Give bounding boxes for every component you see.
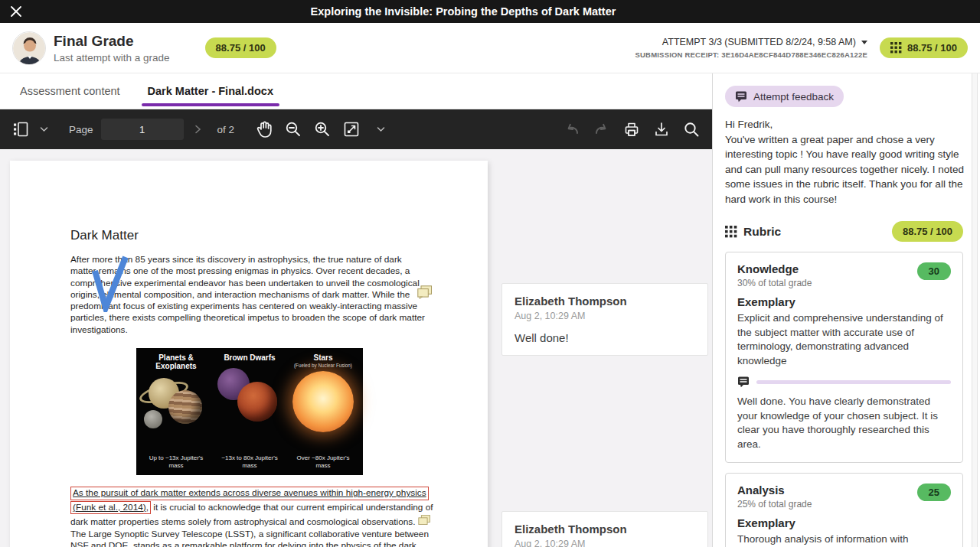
comment-marker-icon[interactable]: [417, 285, 433, 299]
rubric-grid-icon: [725, 226, 737, 238]
feedback-panel: Attempt feedback Hi Fredrik, You've writ…: [712, 73, 980, 547]
citation-annotation[interactable]: (Funk et al., 2014),: [70, 501, 151, 515]
grade-header: Final Grade Last attempt with a grade 88…: [0, 23, 980, 73]
criterion-feedback: Well done. You have clearly demonstrated…: [737, 395, 951, 451]
zoom-in-icon[interactable]: [311, 118, 334, 141]
figure-mass-label: Over ~80x Jupiter's mass: [293, 454, 353, 470]
panel-scrollbar[interactable]: [972, 73, 978, 547]
assessment-title: Exploring the Invisible: Probing the Dep…: [0, 5, 926, 18]
figure-title: Brown Dwarfs: [219, 353, 280, 362]
moon-graphic: [144, 410, 162, 428]
overall-grade-value: 88.75 / 100: [907, 42, 957, 54]
page-number-input[interactable]: [101, 119, 184, 140]
comment-marker-icon[interactable]: [418, 515, 431, 526]
criterion-level: Exemplary: [737, 295, 951, 308]
feedback-greeting: Hi Fredrik,: [725, 117, 964, 132]
figure-title: Stars: [292, 353, 354, 362]
criterion-description: Explicit and comprehensive understanding…: [737, 311, 951, 368]
star-graphic: [292, 371, 354, 432]
comment-timestamp: Aug 2, 10:29 AM: [514, 539, 695, 547]
fit-chevron-icon[interactable]: [369, 118, 392, 141]
content-tabs: Assessment content Dark Matter - Final.d…: [0, 73, 712, 109]
tab-label: Dark Matter - Final.docx: [148, 85, 273, 97]
comment-text: Well done!: [514, 331, 695, 344]
criterion-divider: [756, 380, 951, 384]
tab-label: Assessment content: [20, 85, 120, 97]
overall-grade-pill[interactable]: 88.75 / 100: [880, 37, 968, 58]
comment-author: Elizabeth Thompson: [514, 295, 695, 308]
figure-column-brown-dwarfs: Brown Dwarfs ~13x to 80x Jupiter's mass: [213, 353, 286, 471]
attempt-label: ATTEMPT 3/3 (SUBMITTED 8/2/24, 9:58 AM): [662, 37, 856, 47]
thumbnails-chevron-icon[interactable]: [32, 118, 55, 141]
attempt-subtitle: Last attempt with a grade: [54, 52, 170, 63]
checkmark-annotation[interactable]: [87, 252, 132, 312]
brown-dwarf-red-graphic: [237, 382, 277, 422]
student-avatar: [12, 31, 46, 65]
feedback-note-icon: [735, 90, 747, 103]
paragraph-text: The Large Synoptic Survey Telescope (LSS…: [70, 529, 429, 547]
zoom-out-icon[interactable]: [282, 118, 305, 141]
comment-card[interactable]: Elizabeth Thompson Aug 2, 10:29 AM: [501, 511, 708, 547]
pdf-toolbar: Page of 2: [0, 109, 712, 149]
next-page-icon[interactable]: [187, 118, 210, 141]
thumbnails-panel-icon[interactable]: [9, 118, 32, 141]
feedback-message: You've written a great paper and chose a…: [725, 132, 964, 207]
criterion-level: Exemplary: [737, 516, 951, 529]
criterion-weight: 30% of total grade: [737, 278, 812, 288]
redo-icon[interactable]: [590, 118, 613, 141]
grade-pill: 88.75 / 100: [205, 37, 276, 58]
pan-tool-icon[interactable]: [253, 118, 276, 141]
badge-label: Attempt feedback: [753, 91, 834, 103]
figure-mass-label: Up to ~13x Jupiter's mass: [146, 454, 206, 470]
print-icon[interactable]: [620, 118, 643, 141]
tab-assessment-content[interactable]: Assessment content: [6, 73, 134, 109]
document-paragraph-2: As the pursuit of dark matter extends ac…: [70, 487, 433, 547]
fit-to-screen-icon[interactable]: [340, 118, 363, 141]
page-label: Page: [69, 124, 93, 135]
document-viewer: Dark Matter After more than 85 years sin…: [0, 149, 712, 547]
comment-timestamp: Aug 2, 10:29 AM: [514, 311, 695, 321]
rubric-title: Rubric: [743, 225, 781, 239]
page-total: of 2: [217, 124, 235, 135]
rubric-criterion-knowledge[interactable]: Knowledge 30% of total grade 30 Exemplar…: [725, 252, 963, 463]
search-icon[interactable]: [680, 118, 703, 141]
criterion-name: Knowledge: [737, 262, 812, 275]
figure-subtitle: (Fueled by Nuclear Fusion): [294, 363, 352, 368]
active-tab-underline: [142, 103, 279, 106]
figure-title: Planets & Exoplanets: [145, 353, 207, 370]
figure-column-stars: Stars (Fueled by Nuclear Fusion) Over ~8…: [286, 353, 360, 471]
top-bar: Exploring the Invisible: Probing the Dep…: [0, 0, 980, 23]
criterion-name: Analysis: [737, 484, 812, 497]
document-page[interactable]: Dark Matter After more than 85 years sin…: [10, 161, 488, 547]
figure-mass-label: ~13x to 80x Jupiter's mass: [220, 454, 279, 470]
submission-receipt: SUBMISSION RECEIPT: 3E16D4AE8CF844D788E3…: [635, 50, 867, 59]
comment-author: Elizabeth Thompson: [514, 523, 695, 536]
rubric-criterion-analysis[interactable]: Analysis 25% of total grade 25 Exemplary…: [725, 473, 963, 547]
attempt-feedback-badge[interactable]: Attempt feedback: [725, 86, 844, 107]
chevron-down-icon: [861, 41, 867, 44]
feedback-note-icon: [737, 376, 750, 388]
criterion-description: Thorough analysis of information with in…: [737, 532, 951, 547]
jupiter-graphic: [168, 390, 202, 424]
undo-icon[interactable]: [560, 118, 583, 141]
figure-column-planets: Planets & Exoplanets Up to ~13x Jupiter'…: [139, 353, 213, 471]
rubric-grade-pill: 88.75 / 100: [892, 221, 963, 242]
tab-document[interactable]: Dark Matter - Final.docx: [134, 73, 287, 109]
download-icon[interactable]: [650, 118, 673, 141]
rubric-header-row: Rubric 88.75 / 100: [725, 221, 963, 242]
criterion-score-pill: 25: [917, 484, 951, 501]
document-heading: Dark Matter: [70, 228, 139, 243]
criterion-weight: 25% of total grade: [737, 499, 812, 510]
rubric-grid-icon: [890, 42, 902, 54]
highlighted-text-annotation[interactable]: As the pursuit of dark matter extends ac…: [70, 487, 429, 500]
attempt-selector[interactable]: ATTEMPT 3/3 (SUBMITTED 8/2/24, 9:58 AM): [662, 37, 867, 47]
page-title: Final Grade: [54, 33, 170, 50]
comment-card[interactable]: Elizabeth Thompson Aug 2, 10:29 AM Well …: [501, 283, 708, 356]
document-figure: Planets & Exoplanets Up to ~13x Jupiter'…: [136, 348, 363, 475]
criterion-score-pill: 30: [917, 262, 951, 280]
